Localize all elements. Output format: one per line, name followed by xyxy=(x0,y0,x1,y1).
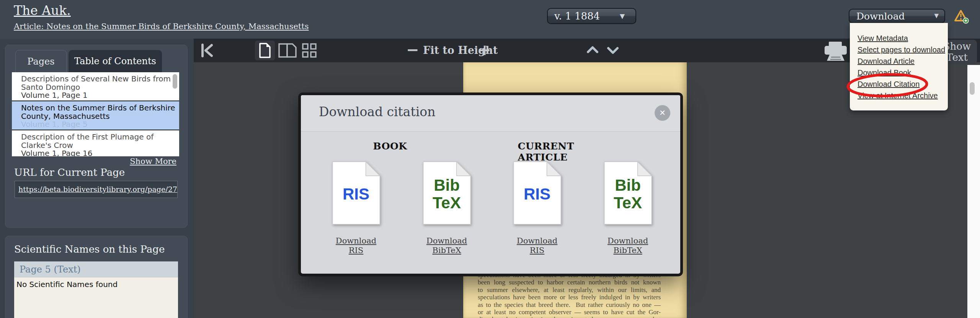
scientific-names-box: Page 5 (Text) No Scientific Names found xyxy=(14,261,178,318)
url-box: https://beta.biodiversitylibrary.org/pag… xyxy=(15,181,178,198)
header-bar: The Auk. Article: Notes on the Summer Bi… xyxy=(0,0,980,39)
one-page-view-icon xyxy=(259,43,271,58)
menu-item-view-at-internet-archive[interactable]: View at Internet Archive xyxy=(858,91,948,102)
menu-item-download-book[interactable]: Download Book xyxy=(858,68,948,79)
chevron-up-icon xyxy=(586,45,599,54)
toc-item-subtitle: Volume 1, Page 1 xyxy=(21,91,175,99)
modal-title: Download citation xyxy=(319,104,435,119)
current-page-url-link[interactable]: https://beta.biodiversitylibrary.org/pag… xyxy=(15,181,177,198)
file-icon-label: Bib xyxy=(606,177,650,194)
chevron-down-icon: ▼ xyxy=(620,12,625,20)
zoom-out-button[interactable]: − xyxy=(405,39,420,62)
toc-item[interactable]: Descriptions of Several New Birds from S… xyxy=(12,72,179,101)
sci-page-tab[interactable]: Page 5 (Text) xyxy=(14,261,178,277)
book-line: as to the species that breed there. But … xyxy=(478,301,661,308)
print-button[interactable] xyxy=(823,41,848,63)
book-ris-column: RIS Download RIS xyxy=(327,161,385,255)
thumbnail-view-button[interactable] xyxy=(302,43,317,60)
section-heading-current-article: CURRENT ARTICLE xyxy=(518,141,626,163)
print-icon xyxy=(823,41,848,62)
first-page-icon xyxy=(201,43,214,58)
show-more-link[interactable]: Show More xyxy=(130,157,176,166)
file-icon-label: TeX xyxy=(606,194,650,212)
book-line: dian knot by investigating the region at… xyxy=(478,316,661,318)
chevron-down-icon: ▼ xyxy=(934,12,939,19)
book-bibtex-column: Bib TeX Download BibTeX xyxy=(418,161,475,255)
pages-panel: Pages Table of Contents Descriptions of … xyxy=(5,45,188,228)
site-title-link[interactable]: The Auk. xyxy=(14,3,71,18)
toc-item-subtitle: Volume 1, Page 5 xyxy=(21,120,175,128)
book-line: speculations have been more or less free… xyxy=(478,294,661,301)
warning-icon[interactable] xyxy=(954,10,969,26)
download-contents-menu: View Metadata Select pages to download D… xyxy=(850,23,948,110)
bibtex-file-icon[interactable]: Bib TeX xyxy=(423,161,471,225)
menu-item-view-metadata[interactable]: View Metadata xyxy=(858,33,948,45)
list-scrollbar-thumb[interactable] xyxy=(173,74,177,89)
menu-item-select-pages[interactable]: Select pages to download xyxy=(858,45,948,56)
toc-item-title: Notes on the Summer Birds of Berkshire C… xyxy=(21,104,175,120)
menu-item-download-article[interactable]: Download Article xyxy=(858,56,948,68)
thumbnail-view-icon xyxy=(302,43,317,58)
page-up-button[interactable] xyxy=(586,45,599,55)
toc-item-title: Descriptions of Several New Birds from S… xyxy=(21,75,175,91)
tab-pages[interactable]: Pages xyxy=(15,50,67,72)
zoom-in-button[interactable]: + xyxy=(477,39,492,62)
book-line: or at least no competent observer — seem… xyxy=(478,308,661,316)
two-page-view-button[interactable] xyxy=(278,43,297,59)
article-bibtex-column: Bib TeX Download BibTeX xyxy=(599,161,657,255)
volume-select[interactable]: v. 1 1884 ▼ xyxy=(547,8,636,24)
ris-file-icon[interactable]: RIS xyxy=(513,161,562,225)
scientific-names-heading: Scientific Names on this Page xyxy=(14,243,165,255)
article-ris-column: RIS Download RIS xyxy=(508,161,566,255)
download-citation-modal: Download citation ✕ BOOK CURRENT ARTICLE… xyxy=(298,92,683,276)
toc-list: Descriptions of Several New Birds from S… xyxy=(12,72,179,156)
download-bibtex-link[interactable]: Download BibTeX xyxy=(606,236,649,255)
book-line: been long suspected to harbor certain no… xyxy=(478,279,661,286)
download-contents-button[interactable]: Download Contents ▼ xyxy=(849,9,945,23)
tab-table-of-contents[interactable]: Table of Contents xyxy=(69,50,162,72)
one-page-view-button[interactable] xyxy=(255,41,275,60)
volume-select-value: v. 1 1884 xyxy=(554,10,600,22)
viewer-scrollbar[interactable] xyxy=(967,65,980,318)
chevron-down-icon xyxy=(607,46,619,55)
section-heading-book: BOOK xyxy=(373,141,407,152)
bibtex-file-icon[interactable]: Bib TeX xyxy=(604,161,652,225)
modal-body: BOOK CURRENT ARTICLE RIS Download RIS xyxy=(301,131,680,274)
close-icon[interactable]: ✕ xyxy=(655,105,670,121)
menu-item-download-citation[interactable]: Download Citation xyxy=(858,79,948,91)
book-line: to summer elsewhere, at least regularly,… xyxy=(478,286,661,294)
first-page-button[interactable] xyxy=(201,43,214,59)
toc-item-title: Description of the First Plumage of Clar… xyxy=(21,133,175,149)
download-bibtex-link[interactable]: Download BibTeX xyxy=(425,236,468,255)
file-icon-label: TeX xyxy=(425,194,469,212)
book-page-text: speculations have been more or less free… xyxy=(478,271,661,318)
toc-item[interactable]: Description of the First Plumage of Clar… xyxy=(12,130,179,156)
url-label: URL for Current Page xyxy=(14,167,125,178)
file-icon-label: RIS xyxy=(515,185,559,203)
bhl-book-viewer: The Auk. Article: Notes on the Summer Bi… xyxy=(0,0,980,318)
sci-empty-message: No Scientific Names found xyxy=(14,277,178,289)
file-icon-label: RIS xyxy=(334,185,378,203)
modal-header: Download citation ✕ xyxy=(301,95,680,131)
ris-file-icon[interactable]: RIS xyxy=(332,161,381,225)
page-down-button[interactable] xyxy=(607,46,619,56)
article-link[interactable]: Article: Notes on the Summer Birds of Be… xyxy=(14,22,309,31)
toc-item-subtitle: Volume 1, Page 16 xyxy=(21,149,175,156)
toc-item-selected[interactable]: Notes on the Summer Birds of Berkshire C… xyxy=(12,101,179,130)
file-icon-label: Bib xyxy=(425,177,469,194)
scientific-names-panel: Scientific Names on this Page Page 5 (Te… xyxy=(5,236,188,318)
viewer-scrollbar-thumb[interactable] xyxy=(970,82,975,95)
download-ris-link[interactable]: Download RIS xyxy=(327,236,385,255)
two-page-view-icon xyxy=(278,43,297,58)
download-ris-link[interactable]: Download RIS xyxy=(508,236,566,255)
